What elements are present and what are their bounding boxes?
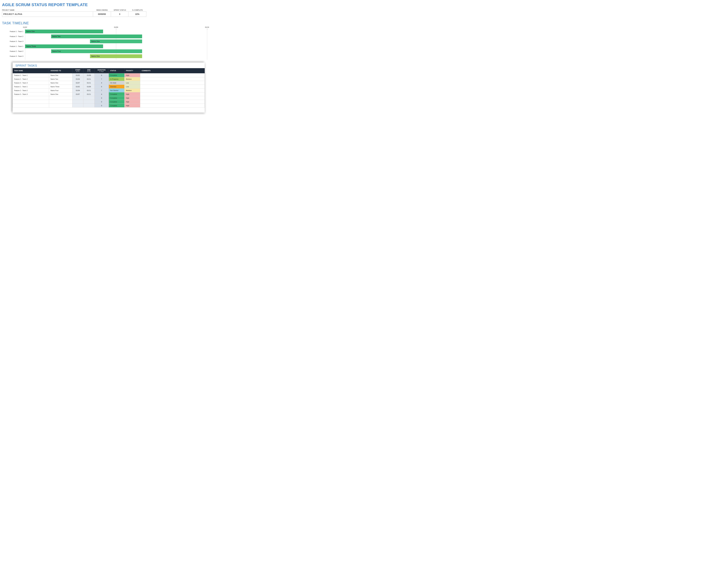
cell-task-name[interactable]: Feature 3 - Team 3 — [13, 92, 49, 96]
cell-assigned-to[interactable]: Name Three — [49, 85, 72, 89]
cell-status[interactable]: Complete — [109, 104, 124, 107]
gantt-row-label: Feature 2 - Team 2 — [2, 50, 25, 52]
cell-assigned-to[interactable] — [49, 100, 72, 104]
gantt-axis: 01/0201/0901/16 — [25, 26, 208, 29]
timeline-title: TASK TIMELINE — [2, 21, 208, 25]
cell-end-date[interactable]: 01/11 — [83, 89, 94, 92]
gantt-bar[interactable]: Name One — [90, 39, 142, 43]
cell-priority[interactable]: Low — [124, 81, 140, 85]
gantt-bar[interactable]: Name One — [25, 30, 103, 33]
cell-end-date[interactable]: 01/08 — [83, 73, 94, 77]
cell-start-date[interactable]: 01/02 — [72, 73, 83, 77]
th-assigned: ASSIGNED TO — [49, 68, 72, 73]
cell-assigned-to[interactable] — [49, 104, 72, 107]
cell-end-date[interactable]: 01/08 — [83, 85, 94, 89]
cell-assigned-to[interactable]: Name One — [49, 73, 72, 77]
cell-assigned-to[interactable]: Name Four — [49, 89, 72, 92]
cell-duration: 6 — [94, 85, 109, 89]
cell-priority[interactable]: High — [124, 104, 140, 107]
table-row: Feature 3 - Team 3Name One01/0701/114Com… — [13, 92, 205, 96]
cell-comments[interactable] — [140, 73, 205, 77]
cell-end-date[interactable] — [83, 96, 94, 100]
cell-status[interactable]: Not Started — [109, 89, 124, 92]
cell-status[interactable]: Complete — [109, 96, 124, 100]
cell-task-name[interactable]: Feature 2 - Team 2 — [13, 77, 49, 81]
sprint-tasks-panel: SPRINT TASKS TASK NAME ASSIGNED TO START… — [13, 62, 205, 113]
cell-priority[interactable]: High — [124, 96, 140, 100]
value-sprint-status[interactable]: 3 — [111, 12, 128, 17]
cell-comments[interactable] — [140, 77, 205, 81]
cell-start-date[interactable]: 01/02 — [72, 85, 83, 89]
cell-priority[interactable]: High — [124, 100, 140, 104]
cell-task-name[interactable]: Feature 3 - Team 3 — [13, 81, 49, 85]
cell-comments[interactable] — [140, 104, 205, 107]
label-sprint-status: SPRINT STATUS — [111, 9, 129, 11]
cell-status[interactable]: On Hold — [109, 81, 124, 85]
table-row: Feature 1 - Team 1Name Three01/0201/086O… — [13, 85, 205, 89]
cell-priority[interactable]: Medium — [124, 89, 140, 92]
cell-end-date[interactable]: 01/11 — [83, 77, 94, 81]
th-duration: DURATIONin days — [94, 68, 109, 73]
cell-start-date[interactable]: 01/07 — [72, 92, 83, 96]
cell-priority[interactable]: Low — [124, 85, 140, 89]
gantt-bar[interactable]: Name One — [90, 54, 142, 58]
cell-status[interactable]: In Progress — [109, 77, 124, 81]
gantt-bar[interactable]: Name Three — [25, 44, 103, 48]
gantt-track: Name Two — [25, 35, 208, 38]
cell-task-name[interactable] — [13, 100, 49, 104]
meta-labels: PROJECT NAME WEEK ENDING SPRINT STATUS %… — [2, 9, 208, 11]
cell-assigned-to[interactable]: Name One — [49, 81, 72, 85]
cell-duration: 6 — [94, 73, 109, 77]
label-pct-complete: % COMPLETE — [129, 9, 146, 11]
cell-task-name[interactable]: Feature 2 - Team 2 — [13, 89, 49, 92]
table-row: Feature 1 - Team 1Name One01/0201/086Com… — [13, 73, 205, 77]
th-status: STATUS — [109, 68, 124, 73]
cell-assigned-to[interactable]: Name One — [49, 92, 72, 96]
cell-start-date[interactable] — [72, 100, 83, 104]
value-pct-complete[interactable]: 22% — [128, 12, 146, 17]
cell-priority[interactable]: High — [124, 73, 140, 77]
cell-assigned-to[interactable] — [49, 96, 72, 100]
gantt-row: Feature 2 - Team 2Name Two — [2, 34, 208, 39]
cell-start-date[interactable] — [72, 104, 83, 107]
cell-end-date[interactable] — [83, 104, 94, 107]
cell-end-date[interactable] — [83, 100, 94, 104]
label-project-name: PROJECT NAME — [2, 9, 93, 11]
cell-start-date[interactable]: 01/04 — [72, 89, 83, 92]
cell-comments[interactable] — [140, 89, 205, 92]
cell-start-date[interactable]: 01/04 — [72, 77, 83, 81]
cell-assigned-to[interactable]: Name Two — [49, 77, 72, 81]
cell-comments[interactable] — [140, 100, 205, 104]
cell-status[interactable]: Complete — [109, 73, 124, 77]
gantt-bar[interactable]: Name Two — [51, 35, 142, 38]
cell-priority[interactable]: Medium — [124, 77, 140, 81]
sprint-tasks-title: SPRINT TASKS — [13, 64, 205, 68]
cell-task-name[interactable]: Feature 1 - Team 1 — [13, 73, 49, 77]
cell-task-name[interactable] — [13, 96, 49, 100]
cell-comments[interactable] — [140, 85, 205, 89]
cell-comments[interactable] — [140, 92, 205, 96]
th-task-name: TASK NAME — [13, 68, 49, 73]
cell-status[interactable]: Overdue — [109, 85, 124, 89]
cell-end-date[interactable]: 01/11 — [83, 81, 94, 85]
value-project-name[interactable]: PROJECT ALPHA — [2, 12, 93, 17]
cell-start-date[interactable] — [72, 96, 83, 100]
cell-comments[interactable] — [140, 81, 205, 85]
cell-start-date[interactable]: 01/07 — [72, 81, 83, 85]
gantt-tick: 01/16 — [205, 26, 209, 28]
gantt-gridline — [207, 29, 207, 60]
cell-task-name[interactable] — [13, 104, 49, 107]
th-start-date: STARTDATE — [72, 68, 83, 73]
cell-status[interactable]: Complete — [109, 100, 124, 104]
value-week-ending[interactable]: 00/00/00 — [93, 12, 111, 17]
cell-end-date[interactable]: 01/11 — [83, 92, 94, 96]
cell-comments[interactable] — [140, 96, 205, 100]
cell-priority[interactable]: High — [124, 92, 140, 96]
table-row: Feature 2 - Team 2Name Four01/0401/117No… — [13, 89, 205, 92]
gantt-track: Name Three — [25, 44, 208, 48]
gantt-bar[interactable]: Name Four — [51, 49, 142, 53]
cell-status[interactable]: Complete — [109, 92, 124, 96]
gantt-tick: 01/09 — [114, 26, 118, 28]
gantt-track: Name One — [25, 30, 208, 33]
cell-task-name[interactable]: Feature 1 - Team 1 — [13, 85, 49, 89]
